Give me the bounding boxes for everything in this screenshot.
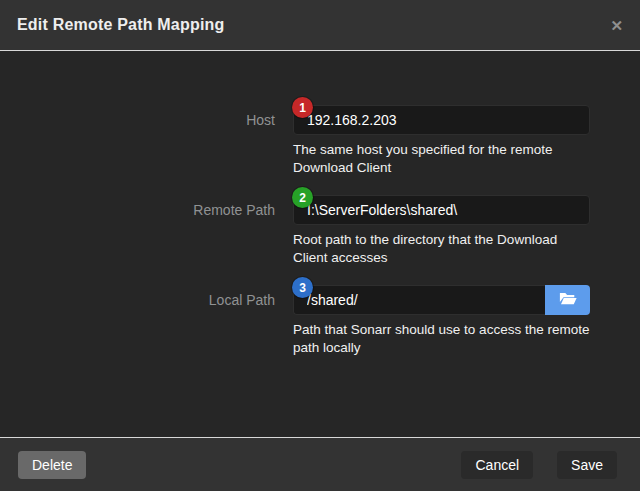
remote-path-label: Remote Path — [0, 195, 275, 267]
modal-body: Host 1 The same host you specified for t… — [0, 51, 640, 437]
edit-remote-path-mapping-modal: Edit Remote Path Mapping ✕ Host 1 The sa… — [0, 0, 640, 491]
modal-title: Edit Remote Path Mapping — [17, 16, 224, 34]
host-control: 1 The same host you specified for the re… — [293, 105, 590, 177]
local-path-input-group — [293, 285, 590, 315]
callout-badge-3: 3 — [292, 277, 313, 298]
callout-badge-1: 1 — [292, 97, 313, 118]
host-help-text: The same host you specified for the remo… — [293, 141, 590, 177]
save-button[interactable]: Save — [557, 451, 617, 479]
callout-badge-2: 2 — [292, 187, 313, 208]
local-path-label: Local Path — [0, 285, 275, 357]
local-path-control: 3 Path that Sonarr should use to access … — [293, 285, 590, 357]
host-input[interactable] — [293, 105, 590, 135]
local-path-input[interactable] — [293, 285, 545, 315]
browse-path-button[interactable] — [545, 285, 590, 315]
remote-path-help-text: Root path to the directory that the Down… — [293, 231, 590, 267]
form-row-remote-path: Remote Path 2 Root path to the directory… — [0, 195, 640, 267]
remote-path-control: 2 Root path to the directory that the Do… — [293, 195, 590, 267]
modal-footer: Delete Cancel Save — [0, 437, 640, 491]
delete-button[interactable]: Delete — [18, 451, 86, 479]
host-label: Host — [0, 105, 275, 177]
footer-actions: Cancel Save — [461, 451, 617, 479]
folder-open-icon — [559, 291, 577, 309]
local-path-help-text: Path that Sonarr should use to access th… — [293, 321, 590, 357]
form-row-host: Host 1 The same host you specified for t… — [0, 105, 640, 177]
cancel-button[interactable]: Cancel — [461, 451, 533, 479]
form-row-local-path: Local Path 3 Path that Sonarr should — [0, 285, 640, 357]
modal-header: Edit Remote Path Mapping ✕ — [0, 0, 640, 51]
close-icon[interactable]: ✕ — [610, 18, 623, 33]
remote-path-input[interactable] — [293, 195, 590, 225]
